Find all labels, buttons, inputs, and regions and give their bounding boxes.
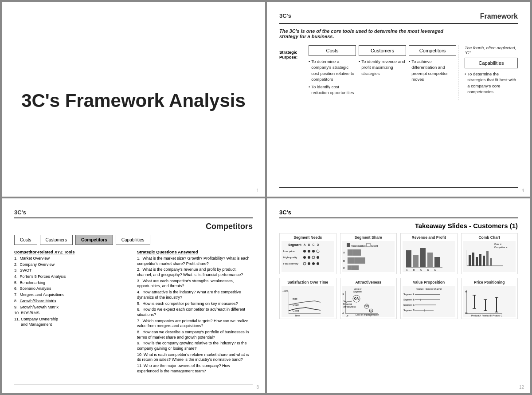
- svg-rect-51: [479, 254, 481, 266]
- svg-rect-35: [420, 248, 426, 267]
- slide-number-4: 12: [519, 385, 524, 390]
- tool-3: 3. SWOT: [14, 268, 130, 273]
- fw-col-costs: Costs To determine a company's strategic…: [309, 45, 356, 98]
- svg-text:B: B: [308, 243, 310, 246]
- svg-rect-50: [476, 257, 478, 266]
- tab-competitors[interactable]: Competitors: [75, 235, 113, 245]
- tool-11: 11. Company Ownership and Management: [14, 317, 130, 327]
- svg-text:Product A: Product A: [471, 314, 481, 316]
- competitors-title: Competitors: [14, 222, 253, 231]
- chart-revenue-profit: Revenue and Profit A B C D E: [400, 233, 458, 274]
- svg-text:A: A: [406, 269, 408, 271]
- svg-text:Product B: Product B: [482, 314, 492, 316]
- svg-text:A: A: [304, 243, 306, 246]
- svg-point-12: [308, 256, 310, 259]
- svg-rect-20: [347, 243, 350, 247]
- col-tools: Competitor-Related XYZ Tools 1. Market O…: [14, 249, 130, 375]
- svg-rect-22: [367, 243, 370, 247]
- capabilities-header: Capabilities: [465, 58, 518, 68]
- tab-capabilities[interactable]: Capabilities: [116, 235, 150, 245]
- svg-rect-24: [348, 249, 361, 256]
- comb-svg: Ours ▼ Competitor ▼: [463, 241, 516, 272]
- tool-4: 4. Porter's 5 Forces Analysis: [14, 274, 130, 280]
- strategic-label: Strategic Purpose:: [279, 45, 306, 98]
- svg-rect-49: [472, 253, 474, 266]
- svg-text:B: B: [343, 260, 344, 262]
- tool-2: 2. Company Overview: [14, 262, 130, 268]
- svg-point-8: [312, 250, 315, 253]
- tool-8: 8. Growth/Share Matrix: [14, 299, 130, 304]
- svg-point-7: [308, 250, 310, 253]
- svg-rect-52: [483, 256, 485, 266]
- tool-7: 7. Mergers and Acquisitions: [14, 292, 130, 298]
- tab-customers[interactable]: Customers: [40, 235, 73, 245]
- title-heading: 3C's Framework Analysis: [21, 90, 246, 112]
- svg-text:Segment C: Segment C: [403, 304, 415, 306]
- chart-value-proposition-title: Value Proposition: [403, 280, 455, 284]
- chart-value-proposition: Value Proposition Product Service Channe…: [400, 278, 458, 319]
- svg-text:Total market: Total market: [351, 245, 366, 247]
- svg-text:Competitor ▼: Competitor ▼: [494, 246, 508, 249]
- svg-text:100%: 100%: [282, 289, 288, 292]
- svg-rect-54: [490, 258, 492, 266]
- svg-point-11: [303, 256, 306, 259]
- svg-rect-33: [406, 250, 411, 267]
- svg-text:Product: Product: [416, 288, 424, 290]
- tab-costs[interactable]: Costs: [14, 235, 37, 245]
- chart-price-positioning: Price Positioning Hi Lo: [461, 278, 518, 319]
- svg-text:Segment: Segment: [353, 290, 362, 293]
- col-questions: Strategic Questions Answered 1. What is …: [137, 249, 253, 375]
- q-10: 10. What is each competitor's relative m…: [137, 352, 253, 363]
- q-6: 6. How do we expect each competitor to a…: [137, 307, 253, 317]
- competitors-header: Competitors: [409, 45, 456, 56]
- svg-text:Lo: Lo: [346, 314, 348, 316]
- slide3-footer-line: [14, 384, 253, 384]
- customers-title: Takeaway Slides - Customers (1): [279, 222, 518, 229]
- svg-text:A: A: [343, 251, 344, 254]
- q-3: 3. What are each competitor's strengths,…: [137, 279, 253, 289]
- svg-text:C: C: [420, 269, 422, 271]
- chart-value-proposition-visual: Product Service Channel Segment A Segmen…: [403, 286, 455, 317]
- svg-rect-28: [348, 265, 359, 270]
- svg-text:C: C: [343, 267, 345, 269]
- svg-rect-48: [469, 255, 471, 266]
- svg-point-19: [317, 262, 319, 265]
- svg-text:Fast delivery: Fast delivery: [283, 262, 298, 265]
- slide2-header: 3C's Framework: [279, 12, 518, 24]
- svg-text:Hi: Hi: [465, 290, 467, 293]
- q-4: 4. How attractive is the industry? What …: [137, 290, 253, 300]
- chart-segment-needs-visual: Segment A B C D Low price High quality F…: [282, 241, 334, 272]
- slide-number-1: 1: [256, 188, 259, 193]
- svg-text:D: D: [427, 269, 429, 271]
- chart-comb-visual: Ours ▼ Competitor ▼: [463, 241, 516, 272]
- tool-9: 9. Growth/Growth Matrix: [14, 305, 130, 310]
- svg-text:Low price: Low price: [283, 250, 295, 253]
- svg-point-17: [308, 262, 310, 265]
- satisfaction-svg: 100% Bad Okay Good Time: [282, 286, 334, 316]
- chart-satisfaction-title: Satisfaction Over Time: [282, 280, 334, 284]
- svg-text:Lo: Lo: [465, 312, 468, 314]
- framework-columns: Strategic Purpose: Costs To determine a …: [279, 45, 456, 98]
- svg-rect-34: [413, 255, 419, 267]
- revenue-profit-svg: A B C D E: [403, 241, 455, 272]
- svg-text:High quality: High quality: [283, 256, 297, 259]
- svg-text:Service: Service: [426, 288, 433, 290]
- chart-segment-share-visual: Total market Client A B C: [342, 241, 395, 272]
- svg-point-14: [317, 256, 319, 259]
- svg-text:Channel: Channel: [434, 288, 442, 290]
- framework-intro: The 3C's is one of the core tools used t…: [279, 28, 448, 39]
- chart-revenue-profit-title: Revenue and Profit: [403, 235, 455, 240]
- fourth-note: The fourth, often neglected, "C": [465, 45, 518, 55]
- slide-1-title: 3C's Framework Analysis 1: [2, 2, 265, 197]
- two-col-content: Competitor-Related XYZ Tools 1. Market O…: [14, 249, 253, 375]
- svg-point-18: [312, 262, 315, 265]
- chart-revenue-profit-visual: A B C D E: [403, 241, 455, 272]
- q-5: 5. How is each competitor performing on …: [137, 301, 253, 307]
- slide4-top: 3C's: [279, 209, 518, 218]
- svg-text:OA: OA: [354, 297, 359, 300]
- slide3-top: 3C's: [14, 209, 253, 218]
- svg-text:Product C: Product C: [493, 314, 503, 316]
- fw-col-competitors: Competitors To achieve differentiation a…: [409, 45, 456, 98]
- slide-2-framework: 3C's Framework The 3C's is one of the co…: [267, 2, 530, 197]
- chart-segment-share-title: Segment Share: [342, 235, 395, 240]
